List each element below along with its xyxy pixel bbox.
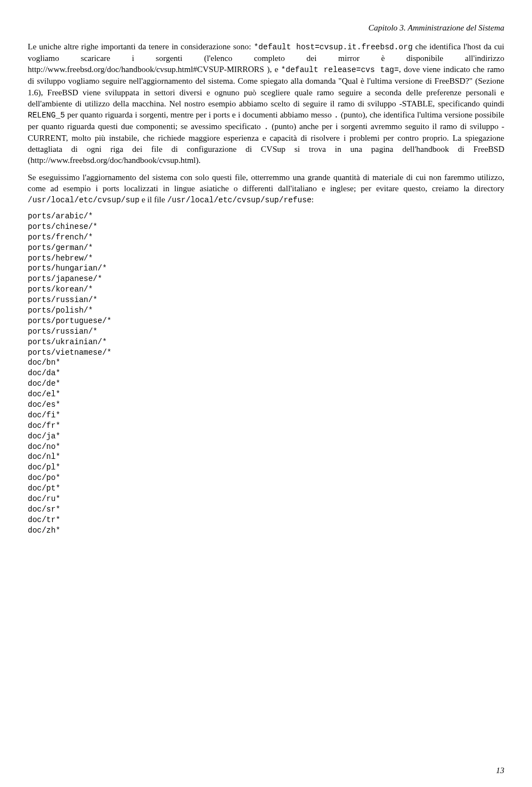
code-default-host: *default host=cvsup.it.freebsd.org [254, 43, 413, 52]
code-default-release: *default release=cvs tag= [281, 65, 399, 74]
text-segment: Se eseguissimo l'aggiornamento del siste… [28, 173, 504, 193]
code-dot-2: . [264, 122, 268, 131]
text-segment: per quanto riguarda i sorgenti, mentre p… [65, 110, 334, 119]
text-segment: Le uniche altre righe importanti da tene… [28, 42, 254, 51]
text-segment: : [311, 195, 314, 204]
code-releng: RELENG_5 [28, 111, 65, 120]
chapter-header: Capitolo 3. Amministrazione del Sistema [28, 22, 504, 33]
refuse-file-listing: ports/arabic/* ports/chinese/* ports/fre… [28, 211, 504, 536]
paragraph-2: Se eseguissimo l'aggiornamento del siste… [28, 172, 504, 206]
text-segment: e il file [140, 195, 167, 204]
paragraph-1: Le uniche altre righe importanti da tene… [28, 41, 504, 166]
code-sup-dir: /usr/local/etc/cvsup/sup [28, 196, 140, 205]
code-dot-1: . [334, 111, 338, 120]
code-refuse-file: /usr/local/etc/cvsup/sup/refuse [167, 196, 311, 205]
